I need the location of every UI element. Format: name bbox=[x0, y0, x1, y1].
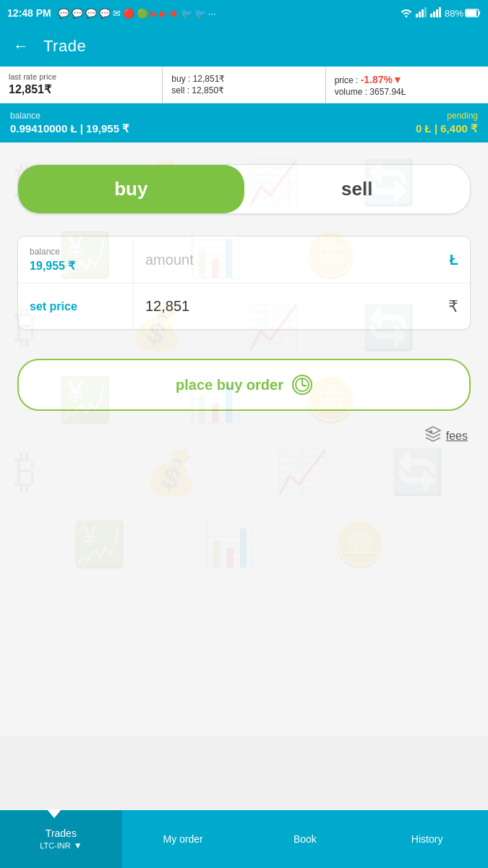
svg-rect-3 bbox=[424, 7, 427, 17]
last-rate-col: last rate price 12,851₹ bbox=[0, 67, 163, 103]
price-bar: last rate price 12,851₹ buy : 12,851₹ se… bbox=[0, 67, 488, 103]
buy-value: 12,851₹ bbox=[193, 74, 226, 84]
svg-rect-2 bbox=[421, 9, 424, 17]
balance-value: 0.99410000 Ł | 19,955 ₹ bbox=[10, 122, 129, 135]
svg-rect-7 bbox=[439, 7, 441, 17]
balance-bar: balance 0.99410000 Ł | 19,955 ₹ pending … bbox=[0, 103, 488, 142]
svg-rect-9 bbox=[466, 10, 476, 16]
buy-label: buy : bbox=[171, 74, 190, 84]
sell-value: 12,850₹ bbox=[192, 85, 224, 95]
back-button[interactable]: ← bbox=[13, 37, 29, 56]
sell-label: sell bbox=[341, 178, 372, 200]
whatsapp-icon-3: 💬 bbox=[85, 8, 97, 19]
last-rate-label: last rate price bbox=[9, 72, 153, 81]
status-bar-right: 88% bbox=[400, 7, 481, 20]
price-change-row: price : -1.87%▼ bbox=[335, 74, 479, 85]
balance-amount-group: balance 19,955 ₹ Ł set price 12,851 ₹ bbox=[17, 236, 471, 330]
fees-tag-icon bbox=[424, 425, 442, 446]
nav-trades-pair: LTC-INR bbox=[40, 841, 71, 850]
balance-label: balance bbox=[10, 111, 129, 121]
svg-rect-1 bbox=[419, 12, 421, 17]
buy-row: buy : 12,851₹ bbox=[171, 74, 316, 84]
place-buy-order-button[interactable]: place buy order bbox=[17, 359, 471, 411]
balance-section: balance 0.99410000 Ł | 19,955 ₹ bbox=[10, 111, 129, 135]
set-price-label: set price bbox=[30, 300, 121, 313]
sell-label: sell : bbox=[171, 85, 189, 95]
more-icon: ··· bbox=[208, 8, 216, 19]
place-order-label: place buy order bbox=[176, 377, 283, 393]
set-price-right[interactable]: 12,851 ₹ bbox=[134, 284, 470, 329]
svg-rect-5 bbox=[433, 12, 435, 17]
header: ← Trade bbox=[0, 26, 488, 67]
pending-section: pending 0 Ł | 6,400 ₹ bbox=[416, 111, 478, 135]
main-content: ₿ 💰 📈 🔄 💹 📊 🪙 ₿ 💰 📈 🔄 💹 📊 🪙 ₿ 💰 📈 🔄 💹 📊 … bbox=[0, 142, 488, 736]
set-price-currency: ₹ bbox=[448, 297, 458, 316]
price-change-label: price : bbox=[335, 75, 359, 85]
amount-field-right[interactable]: Ł bbox=[134, 237, 470, 283]
app-icon-green: 🟢 bbox=[137, 8, 148, 19]
change-vol-col: price : -1.87%▼ volume : 3657.94Ł bbox=[326, 67, 488, 103]
twitter-icon: 🐦 bbox=[181, 8, 192, 19]
svg-point-10 bbox=[296, 378, 309, 391]
message-icon: ✉ bbox=[113, 8, 121, 19]
svg-line-12 bbox=[302, 385, 305, 386]
buy-sell-toggle[interactable]: buy sell bbox=[17, 164, 471, 214]
whatsapp-icon-2: 💬 bbox=[72, 8, 83, 19]
price-change-value: -1.87%▼ bbox=[361, 74, 403, 85]
last-rate-value: 12,851₹ bbox=[9, 82, 153, 96]
nav-indicator bbox=[47, 809, 61, 818]
youtube-icon: ▶ bbox=[150, 8, 158, 19]
nav-book[interactable]: Book bbox=[244, 810, 367, 868]
status-time: 12:48 PM bbox=[7, 7, 51, 19]
fees-link[interactable]: fees bbox=[446, 430, 468, 443]
youtube-icon-2: ▶ bbox=[160, 8, 167, 19]
pending-label: pending bbox=[416, 111, 478, 121]
set-price-row: set price 12,851 ₹ bbox=[18, 283, 470, 329]
record-icon: ⏺ bbox=[169, 8, 179, 19]
svg-point-13 bbox=[429, 431, 432, 433]
nav-history[interactable]: History bbox=[366, 810, 488, 868]
sell-tab[interactable]: sell bbox=[244, 165, 471, 213]
twitter-icon-2: 🐦 bbox=[194, 8, 206, 19]
wifi-icon bbox=[400, 7, 413, 20]
svg-rect-4 bbox=[430, 14, 432, 17]
set-price-left[interactable]: set price bbox=[18, 284, 134, 329]
nav-trades-sub: LTC-INR ▼ bbox=[40, 841, 82, 851]
balance-field-value: 19,955 ₹ bbox=[30, 259, 121, 273]
page-title: Trade bbox=[43, 37, 86, 56]
battery-icon: 88% bbox=[445, 8, 481, 19]
volume-row: volume : 3657.94Ł bbox=[335, 87, 479, 97]
nav-myorder[interactable]: My order bbox=[122, 810, 244, 868]
whatsapp-icon-4: 💬 bbox=[99, 8, 111, 19]
clock-icon bbox=[292, 375, 312, 395]
fees-row: fees bbox=[17, 425, 471, 446]
balance-field-left: balance 19,955 ₹ bbox=[18, 237, 134, 283]
svg-rect-6 bbox=[436, 9, 438, 17]
nav-trades[interactable]: Trades LTC-INR ▼ bbox=[0, 810, 122, 868]
nav-history-label: History bbox=[411, 833, 443, 845]
pending-value: 0 Ł | 6,400 ₹ bbox=[416, 122, 478, 135]
bottom-nav: Trades LTC-INR ▼ My order Book History bbox=[0, 810, 488, 868]
nav-dropdown-icon[interactable]: ▼ bbox=[74, 841, 82, 851]
buy-sell-col: buy : 12,851₹ sell : 12,850₹ bbox=[163, 67, 325, 103]
set-price-value: 12,851 bbox=[145, 298, 189, 315]
svg-rect-0 bbox=[416, 14, 418, 17]
amount-input[interactable] bbox=[145, 252, 444, 268]
signal-icon-2 bbox=[430, 7, 442, 20]
volume-label: volume : bbox=[335, 87, 367, 97]
status-bar-left: 12:48 PM 💬 💬 💬 💬 ✉ 🔴 🟢 ▶ ▶ ⏺ 🐦 🐦 ··· bbox=[7, 7, 216, 19]
signal-icon bbox=[416, 7, 427, 20]
balance-field-label: balance bbox=[30, 247, 121, 257]
nav-trades-label: Trades bbox=[46, 827, 77, 839]
buy-tab[interactable]: buy bbox=[18, 165, 244, 213]
amount-currency: Ł bbox=[450, 252, 458, 268]
sell-row: sell : 12,850₹ bbox=[171, 85, 316, 95]
nav-book-label: Book bbox=[294, 833, 317, 845]
alert-icon: 🔴 bbox=[123, 8, 134, 19]
buy-label: buy bbox=[114, 178, 147, 200]
balance-amount-row: balance 19,955 ₹ Ł bbox=[18, 237, 470, 283]
status-bar: 12:48 PM 💬 💬 💬 💬 ✉ 🔴 🟢 ▶ ▶ ⏺ 🐦 🐦 ··· bbox=[0, 0, 488, 26]
volume-value: 3657.94Ł bbox=[369, 87, 406, 97]
whatsapp-icon: 💬 bbox=[58, 8, 69, 19]
nav-myorder-label: My order bbox=[163, 833, 203, 845]
